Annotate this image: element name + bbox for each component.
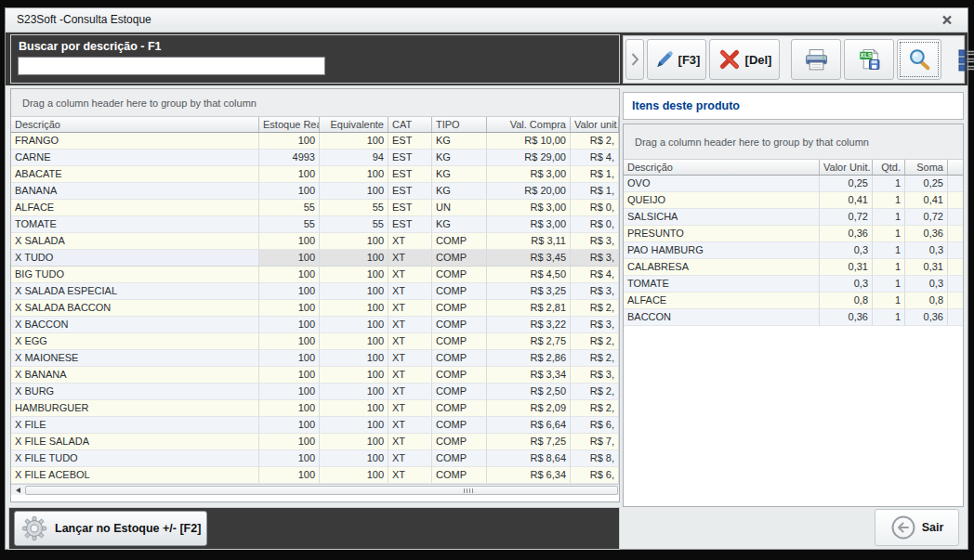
- items-grid-panel: Drag a column header here to group by th…: [623, 124, 964, 507]
- table-cell: 100: [320, 400, 388, 417]
- table-row[interactable]: X TUDO100100XTCOMPR$ 3,45R$ 3,: [11, 250, 619, 267]
- table-row[interactable]: TOMATE0,310,3: [624, 276, 963, 293]
- table-cell: 55: [320, 216, 388, 233]
- table-cell: 4993: [259, 150, 320, 166]
- column-header[interactable]: Equivalente: [320, 117, 388, 132]
- table-row[interactable]: BANANA100100ESTKGR$ 20,00R$ 1,: [11, 183, 619, 200]
- table-cell: HAMBURGUER: [11, 400, 259, 417]
- table-row[interactable]: X SALADA100100XTCOMPR$ 3,11R$ 3,: [11, 233, 619, 250]
- top-section: Buscar por descrição - F1 [F3]: [6, 32, 967, 85]
- table-cell: COMP: [432, 384, 487, 400]
- table-cell: PRESUNTO: [624, 226, 820, 242]
- table-cell: 100: [259, 183, 320, 200]
- list-view-icon: [956, 47, 974, 72]
- horizontal-scrollbar[interactable]: [11, 484, 619, 495]
- table-cell: COMP: [432, 250, 487, 267]
- table-cell: 0,72: [905, 209, 948, 226]
- table-cell-filler: [948, 259, 964, 276]
- table-cell: 55: [259, 216, 320, 233]
- column-header[interactable]: Descrição: [624, 160, 820, 175]
- table-cell: X FILE SALADA: [11, 434, 259, 450]
- items-group-by-panel[interactable]: Drag a column header here to group by th…: [624, 124, 963, 160]
- column-header[interactable]: Soma: [905, 160, 948, 175]
- table-row[interactable]: X FILE100100XTCOMPR$ 6,64R$ 6,: [11, 417, 619, 434]
- table-row[interactable]: OVO0,2510,25: [624, 176, 963, 192]
- table-cell: 100: [259, 467, 320, 484]
- delete-button[interactable]: [Del]: [709, 39, 780, 80]
- table-cell: 100: [259, 333, 320, 350]
- table-cell: KG: [432, 133, 487, 150]
- table-cell: 0,3: [820, 276, 873, 293]
- table-row[interactable]: BIG TUDO100100XTCOMPR$ 4,50R$ 4,: [11, 267, 619, 283]
- table-row[interactable]: X BURG100100XTCOMPR$ 2,50R$ 2,: [11, 384, 619, 400]
- print-button[interactable]: [791, 39, 841, 80]
- table-cell: 100: [320, 233, 388, 250]
- table-cell: COMP: [432, 417, 487, 434]
- export-xls-button[interactable]: XLS: [844, 39, 894, 80]
- column-header[interactable]: CAT: [388, 117, 432, 132]
- table-cell: R$ 6,34: [487, 467, 571, 484]
- column-header[interactable]: Val. Compra: [487, 117, 571, 132]
- column-header[interactable]: Qtd.: [873, 160, 905, 175]
- table-row[interactable]: SALSICHA0,7210,72: [624, 209, 963, 226]
- table-row[interactable]: X SALADA BACCON100100XTCOMPR$ 2,81R$ 2,: [11, 300, 619, 317]
- table-row[interactable]: ABACATE100100ESTKGR$ 3,00R$ 1,: [11, 166, 619, 183]
- table-row[interactable]: X SALADA ESPECIAL100100XTCOMPR$ 3,25R$ 3…: [11, 283, 619, 300]
- table-cell: 100: [320, 333, 388, 350]
- table-row[interactable]: ALFACE5555ESTUNR$ 3,00R$ 0,: [11, 200, 619, 216]
- close-button[interactable]: [940, 13, 954, 27]
- xls-export-icon: XLS: [857, 47, 882, 72]
- table-cell: R$ 6,64: [487, 417, 571, 434]
- table-row[interactable]: PRESUNTO0,3610,36: [624, 226, 963, 242]
- search-input[interactable]: [18, 57, 325, 75]
- table-cell: 0,8: [905, 293, 948, 309]
- search-product-button[interactable]: [897, 39, 941, 80]
- table-row[interactable]: X EGG100100XTCOMPR$ 2,75R$ 2,: [11, 333, 619, 350]
- table-row[interactable]: TOMATE5555ESTKGR$ 3,00R$ 0,: [11, 216, 619, 233]
- table-cell: 100: [320, 183, 388, 200]
- table-row[interactable]: FRANGO100100ESTKGR$ 10,00R$ 2,: [11, 133, 619, 150]
- table-row[interactable]: X BACCON100100XTCOMPR$ 3,22R$ 3,: [11, 317, 619, 333]
- table-cell: 100: [259, 267, 320, 283]
- column-header[interactable]: Valor Unit.: [820, 160, 873, 175]
- table-row[interactable]: X MAIONESE100100XTCOMPR$ 2,86R$ 2,: [11, 350, 619, 367]
- column-header[interactable]: TIPO: [432, 117, 487, 132]
- table-cell: 100: [320, 133, 388, 150]
- exit-button[interactable]: Sair: [875, 509, 959, 546]
- table-cell: 100: [259, 283, 320, 300]
- table-cell: R$ 8,: [571, 450, 619, 467]
- items-grid-header: DescriçãoValor Unit.Qtd.Soma: [624, 160, 963, 176]
- table-row[interactable]: ALFACE0,810,8: [624, 293, 963, 309]
- table-cell: 100: [259, 317, 320, 333]
- scroll-left-button[interactable]: [11, 485, 25, 495]
- table-row[interactable]: BACCON0,3610,36: [624, 309, 963, 326]
- expand-button[interactable]: [625, 39, 644, 80]
- table-cell: X FILE TUDO: [11, 450, 259, 467]
- table-row[interactable]: X FILE ACEBOL100100XTCOMPR$ 6,34R$ 6,: [11, 467, 619, 484]
- table-cell: CALABRESA: [624, 259, 820, 276]
- scroll-thumb[interactable]: [25, 486, 618, 495]
- table-row[interactable]: CALABRESA0,3110,31: [624, 259, 963, 276]
- table-cell: 0,3: [905, 276, 948, 293]
- table-cell: R$ 6,: [571, 467, 619, 484]
- table-row[interactable]: QUEIJO0,4110,41: [624, 192, 963, 209]
- details-view-button[interactable]: [944, 39, 974, 80]
- table-row[interactable]: X FILE SALADA100100XTCOMPR$ 7,25R$ 7,: [11, 434, 619, 450]
- column-header[interactable]: Descrição: [11, 117, 259, 132]
- table-row[interactable]: CARNE499394ESTKGR$ 29,00R$ 4,: [11, 150, 619, 166]
- column-header[interactable]: Estoque Real: [259, 117, 320, 132]
- table-row[interactable]: HAMBURGUER100100XTCOMPR$ 2,09R$ 2,: [11, 400, 619, 417]
- column-header[interactable]: Valor unit.: [571, 117, 619, 132]
- launch-stock-button[interactable]: Lançar no Estoque +/- [F2]: [14, 511, 207, 546]
- table-cell: X SALADA ESPECIAL: [11, 283, 259, 300]
- table-row[interactable]: PAO HAMBURG0,310,3: [624, 242, 963, 259]
- group-by-panel[interactable]: Drag a column header here to group by th…: [11, 89, 619, 117]
- edit-button[interactable]: [F3]: [647, 39, 706, 80]
- table-cell: 100: [259, 384, 320, 400]
- search-panel: Buscar por descrição - F1: [10, 34, 620, 84]
- table-row[interactable]: X FILE TUDO100100XTCOMPR$ 8,64R$ 8,: [11, 450, 619, 467]
- table-cell: EST: [388, 200, 432, 216]
- table-row[interactable]: X BANANA100100XTCOMPR$ 3,34R$ 3,: [11, 367, 619, 384]
- table-cell: 1: [873, 293, 905, 309]
- table-cell: R$ 4,50: [487, 267, 571, 283]
